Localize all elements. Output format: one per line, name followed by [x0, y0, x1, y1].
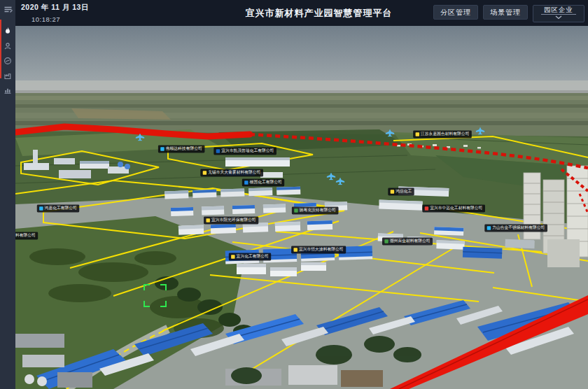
- page-title: 宜兴市新材料产业园智慧管理平台: [246, 7, 393, 20]
- map-overlay-layer: 燕顺达科技有限公司宜兴市凯茂普瑞化工有限公司无锡市天大青雾材料有限公司横国化工有…: [15, 26, 588, 389]
- company-label-icon: [384, 239, 388, 243]
- company-label[interactable]: 驰粤克沃特有限公司: [292, 207, 338, 215]
- company-label-text: 宜兴市恒大涂料有限公司: [299, 247, 344, 253]
- person-icon[interactable]: [0, 38, 15, 53]
- company-label-icon: [206, 218, 209, 222]
- company-label[interactable]: 江苏永嘉园合材料有限公司: [413, 131, 472, 139]
- company-label-text: 宜兴市阳光环保有限公司: [211, 218, 256, 223]
- company-label-text: 燕顺达科技有限公司: [166, 146, 202, 152]
- company-label-icon: [216, 149, 220, 153]
- company-label-icon: [293, 248, 297, 251]
- selection-target-box: [144, 284, 167, 307]
- active-indicator: [0, 20, 1, 78]
- company-label-text: 横国化工有限公司: [250, 180, 282, 185]
- bar-chart-icon[interactable]: [0, 83, 15, 97]
- chevron-down-icon: [555, 15, 562, 20]
- current-time: 10:18:27: [31, 15, 89, 23]
- header-actions: 分区管理 场景管理 园区企业: [433, 5, 584, 22]
- factory-icon[interactable]: [0, 68, 15, 83]
- poi-marker-icon[interactable]: [327, 173, 336, 181]
- company-label-icon: [487, 226, 491, 229]
- zone-management-button[interactable]: 分区管理: [433, 5, 478, 20]
- globe-icon[interactable]: [0, 53, 15, 68]
- company-label-text: 鸿信化工: [396, 189, 412, 194]
- company-label-icon: [244, 181, 248, 184]
- poi-marker-icon[interactable]: [136, 134, 145, 141]
- company-label-text: 鸿嘉化工有限公司: [45, 206, 77, 211]
- company-label-icon: [203, 171, 206, 174]
- company-label[interactable]: 防火材料有限公司: [15, 232, 38, 240]
- current-date: 2020 年 11 月 13日: [21, 3, 89, 13]
- company-label-icon: [39, 206, 43, 210]
- company-label[interactable]: 宜兴市凯茂普瑞化工有限公司: [214, 148, 276, 155]
- fire-icon[interactable]: [0, 24, 15, 38]
- poi-marker-icon[interactable]: [386, 129, 395, 137]
- company-label[interactable]: 横国化工有限公司: [242, 179, 285, 187]
- map-viewport[interactable]: 燕顺达科技有限公司宜兴市凯茂普瑞化工有限公司无锡市天大青雾材料有限公司横国化工有…: [15, 26, 588, 389]
- company-label-text: 江苏永嘉园合材料有限公司: [421, 132, 469, 137]
- company-label[interactable]: 宜兴市阳光环保有限公司: [204, 217, 258, 225]
- poi-marker-icon[interactable]: [336, 178, 345, 185]
- company-label[interactable]: 宜兴市中远化工材料有限公司: [422, 205, 484, 213]
- menu-icon[interactable]: [0, 2, 15, 17]
- company-label-icon: [416, 132, 419, 136]
- company-label[interactable]: 力山合金不锈钢材料有限公司: [484, 225, 547, 232]
- company-label-icon: [231, 255, 234, 258]
- company-label-text: 驰粤克沃特有限公司: [300, 208, 336, 213]
- company-label-icon: [294, 208, 298, 212]
- app-window: 2020 年 11 月 13日 10:18:27 宜兴市新材料产业园智慧管理平台…: [0, 0, 588, 389]
- poi-marker-icon[interactable]: [476, 127, 485, 135]
- scene-management-button[interactable]: 场景管理: [483, 5, 528, 20]
- company-label[interactable]: 宜兴化工有限公司: [229, 253, 272, 261]
- company-label[interactable]: 鸿嘉化工有限公司: [37, 205, 80, 213]
- header-bar: 2020 年 11 月 13日 10:18:27 宜兴市新材料产业园智慧管理平台…: [15, 0, 588, 26]
- enterprise-dropdown-label: 园区企业: [541, 6, 576, 15]
- datetime-block: 2020 年 11 月 13日 10:18:27: [21, 3, 89, 23]
- company-label-icon: [425, 206, 428, 210]
- company-label[interactable]: 宜兴市恒大涂料有限公司: [291, 246, 346, 254]
- company-label-text: 力山合金不锈钢材料有限公司: [492, 225, 545, 231]
- sidebar: [0, 0, 15, 389]
- company-label-text: 宜兴市中远化工材料有限公司: [430, 206, 482, 211]
- company-label[interactable]: 无锡市天大青雾材料有限公司: [200, 169, 262, 177]
- company-label[interactable]: 燕顺达科技有限公司: [158, 146, 204, 153]
- company-label-icon: [160, 147, 164, 150]
- enterprise-dropdown[interactable]: 园区企业: [533, 5, 584, 22]
- company-label[interactable]: 潮州百金材料有限公司: [382, 238, 433, 246]
- company-label-text: 潮州百金材料有限公司: [390, 239, 430, 244]
- company-label[interactable]: 鸿信化工: [388, 188, 414, 196]
- company-label-icon: [391, 190, 394, 193]
- company-label-text: 宜兴市凯茂普瑞化工有限公司: [221, 148, 274, 154]
- company-label-text: 无锡市天大青雾材料有限公司: [208, 170, 260, 176]
- company-label-text: 宜兴化工有限公司: [237, 254, 269, 260]
- company-label-text: 防火材料有限公司: [15, 233, 36, 239]
